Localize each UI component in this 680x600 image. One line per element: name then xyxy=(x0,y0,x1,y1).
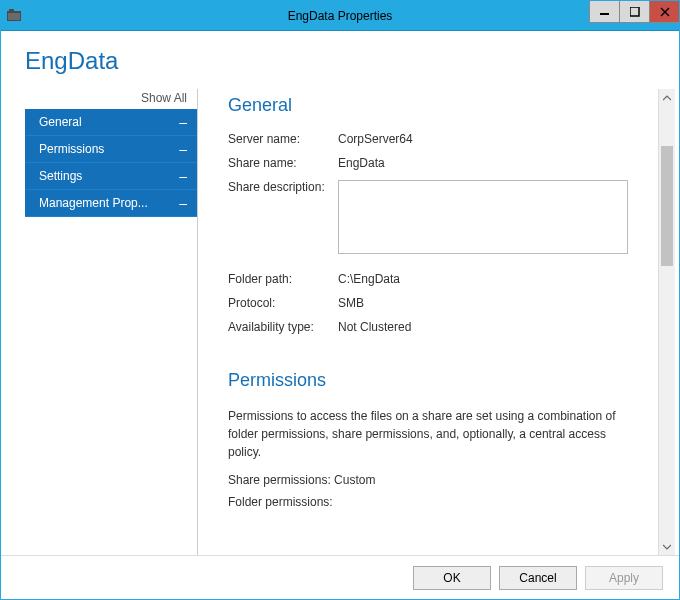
ok-button[interactable]: OK xyxy=(413,566,491,590)
folder-path-label: Folder path: xyxy=(228,272,338,286)
sidebar-item-management-properties[interactable]: Management Prop... – xyxy=(25,190,197,217)
share-permissions-line: Share permissions: Custom xyxy=(228,471,622,489)
scroll-up-button[interactable] xyxy=(659,89,675,106)
section-heading-general: General xyxy=(228,95,652,116)
titlebar[interactable]: EngData Properties xyxy=(1,1,679,31)
chevron-down-icon xyxy=(663,544,671,550)
sidebar-item-permissions[interactable]: Permissions – xyxy=(25,136,197,163)
collapse-icon: – xyxy=(179,142,187,156)
window-controls xyxy=(589,1,679,30)
section-heading-permissions: Permissions xyxy=(228,370,652,391)
svg-rect-4 xyxy=(630,7,639,16)
close-icon xyxy=(660,7,670,17)
close-button[interactable] xyxy=(649,1,679,23)
show-all-link[interactable]: Show All xyxy=(25,89,197,109)
svg-rect-3 xyxy=(600,13,609,15)
scroll-down-button[interactable] xyxy=(659,538,675,555)
vertical-scrollbar[interactable] xyxy=(658,89,675,555)
svg-rect-2 xyxy=(9,9,14,12)
collapse-icon: – xyxy=(179,115,187,129)
client-area: EngData Show All General – Permissions –… xyxy=(1,31,679,599)
window-title: EngData Properties xyxy=(1,9,679,23)
share-name-label: Share name: xyxy=(228,156,338,170)
permissions-description: Permissions to access the files on a sha… xyxy=(228,407,622,461)
svg-rect-1 xyxy=(8,13,20,20)
sidebar-item-settings[interactable]: Settings – xyxy=(25,163,197,190)
chevron-up-icon xyxy=(663,95,671,101)
page-title: EngData xyxy=(25,47,675,75)
maximize-button[interactable] xyxy=(619,1,649,23)
minimize-button[interactable] xyxy=(589,1,619,23)
share-description-input[interactable] xyxy=(338,180,628,254)
share-name-value: EngData xyxy=(338,156,652,170)
server-name-value: CorpServer64 xyxy=(338,132,652,146)
apply-button[interactable]: Apply xyxy=(585,566,663,590)
content-pane: General Server name: CorpServer64 Share … xyxy=(198,89,658,555)
sidebar: Show All General – Permissions – Setting… xyxy=(25,89,197,555)
sidebar-item-label: General xyxy=(39,115,82,129)
collapse-icon: – xyxy=(179,169,187,183)
folder-path-value: C:\EngData xyxy=(338,272,652,286)
server-name-label: Server name: xyxy=(228,132,338,146)
sidebar-item-label: Management Prop... xyxy=(39,196,148,210)
scrollbar-thumb[interactable] xyxy=(661,146,673,266)
sidebar-item-label: Settings xyxy=(39,169,82,183)
availability-type-label: Availability type: xyxy=(228,320,338,334)
protocol-value: SMB xyxy=(338,296,652,310)
share-description-label: Share description: xyxy=(228,180,338,194)
sidebar-item-general[interactable]: General – xyxy=(25,109,197,136)
folder-permissions-line: Folder permissions: xyxy=(228,493,622,511)
window-frame: EngData Properties EngData Show All Gene… xyxy=(0,0,680,600)
minimize-icon xyxy=(600,7,610,17)
availability-type-value: Not Clustered xyxy=(338,320,652,334)
protocol-label: Protocol: xyxy=(228,296,338,310)
cancel-button[interactable]: Cancel xyxy=(499,566,577,590)
sidebar-item-label: Permissions xyxy=(39,142,104,156)
maximize-icon xyxy=(630,7,640,17)
scrollbar-track[interactable] xyxy=(659,106,675,538)
dialog-footer: OK Cancel Apply xyxy=(1,555,679,599)
collapse-icon: – xyxy=(179,196,187,210)
app-icon xyxy=(7,9,23,23)
